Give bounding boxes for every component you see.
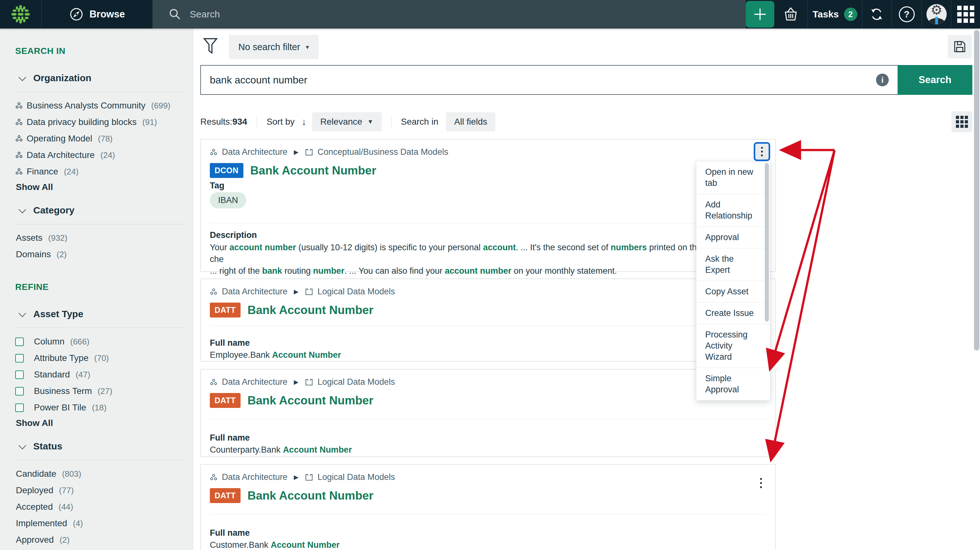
- sidebar-item-label: Implemented: [16, 517, 67, 529]
- breadcrumb-community[interactable]: Data Architecture: [222, 472, 288, 482]
- sort-value-dropdown[interactable]: Relevance ▼: [312, 112, 382, 131]
- user-avatar[interactable]: ⚙: [921, 0, 951, 29]
- save-search-button[interactable]: [948, 35, 972, 58]
- show-all-link[interactable]: Show All: [16, 418, 187, 428]
- create-button[interactable]: [746, 1, 774, 27]
- sync-button[interactable]: [862, 0, 891, 29]
- breadcrumb: Data Architecture▶Logical Data Models: [210, 287, 395, 297]
- sidebar-section-header-asset-type[interactable]: Asset Type: [15, 309, 187, 319]
- asset-type-badge: DATT: [210, 303, 240, 317]
- basket-button[interactable]: [774, 0, 808, 29]
- context-menu-item-simple-approval[interactable]: Simple Approval: [696, 368, 770, 400]
- sidebar-item-implemented[interactable]: Implemented(4): [15, 517, 187, 529]
- sidebar-section-title: Status: [33, 441, 62, 452]
- description-text: . ... You can also find your: [345, 266, 445, 276]
- divider: [15, 92, 187, 92]
- context-menu-item-ask-the-expert[interactable]: Ask the Expert: [696, 248, 770, 281]
- search-input[interactable]: [200, 65, 897, 95]
- sidebar-content: SEARCH INOrganizationBusiness Analysts C…: [15, 46, 187, 550]
- sidebar-item-assets[interactable]: Assets(932): [15, 232, 187, 244]
- sidebar-section-title: Category: [33, 205, 75, 216]
- grid-view-toggle[interactable]: [951, 111, 972, 132]
- breadcrumb-domain[interactable]: Logical Data Models: [318, 472, 395, 482]
- apps-grid-icon: [957, 6, 974, 23]
- page-scrollbar-thumb[interactable]: [974, 30, 979, 351]
- help-button[interactable]: ?: [891, 0, 922, 29]
- sidebar-item-data-architecture[interactable]: Data Architecture(24): [15, 149, 187, 161]
- context-menu-scrollbar[interactable]: [765, 163, 769, 322]
- full-name-label: Full name: [210, 528, 250, 538]
- funnel-icon[interactable]: [203, 37, 218, 56]
- sidebar-section-header-status[interactable]: Status: [15, 441, 187, 452]
- sidebar-item-domains[interactable]: Domains(2): [15, 248, 187, 260]
- sidebar-item-finance[interactable]: Finance(24): [15, 166, 187, 178]
- more-actions-button[interactable]: [754, 142, 770, 161]
- sidebar-item-candidate[interactable]: Candidate(803): [15, 468, 187, 480]
- context-menu-item-add-relationship[interactable]: Add Relationship: [696, 194, 770, 226]
- sidebar-section-header-category[interactable]: Category: [15, 205, 187, 216]
- sidebar-item-operating-model[interactable]: Operating Model(78): [15, 132, 187, 145]
- breadcrumb-community[interactable]: Data Architecture: [222, 287, 288, 297]
- sidebar-item-attribute-type[interactable]: Attribute Type(70): [15, 352, 187, 364]
- result-title-row: DATTBank Account Number: [210, 303, 373, 317]
- checkbox[interactable]: [15, 387, 24, 395]
- context-menu-item-approval[interactable]: Approval: [696, 226, 770, 248]
- community-icon: [15, 118, 23, 126]
- sidebar-section-header-organization[interactable]: Organization: [15, 73, 187, 83]
- fields-dropdown[interactable]: All fields: [446, 112, 495, 131]
- breadcrumb-community[interactable]: Data Architecture: [222, 377, 288, 387]
- sidebar-item-label: Attribute Type: [34, 352, 88, 364]
- checkbox[interactable]: [15, 403, 24, 412]
- sort-direction-icon[interactable]: ↓: [302, 116, 307, 127]
- checkbox[interactable]: [15, 354, 24, 362]
- checkbox[interactable]: [15, 370, 24, 379]
- checkbox[interactable]: [15, 338, 24, 346]
- breadcrumb-domain[interactable]: Logical Data Models: [318, 287, 395, 297]
- context-menu-item-open-in-new-tab[interactable]: Open in new tab: [696, 161, 770, 194]
- full-name-label: Full name: [210, 338, 250, 348]
- context-menu-item-create-issue[interactable]: Create Issue: [696, 302, 770, 324]
- sidebar-item-business-term[interactable]: Business Term(27): [15, 385, 187, 397]
- sidebar-item-count: (2): [56, 248, 67, 260]
- browse-button[interactable]: Browse: [42, 0, 153, 29]
- result-title-row: DATTBank Account Number: [210, 393, 373, 408]
- sidebar-item-accepted[interactable]: Accepted(44): [15, 501, 187, 513]
- sidebar-item-standard[interactable]: Standard(47): [15, 368, 187, 381]
- divider: [15, 328, 187, 328]
- sidebar-item-label: Column: [34, 336, 64, 348]
- full-name-value: Counterparty.Bank Account Number: [210, 445, 352, 455]
- result-title-link[interactable]: Bank Account Number: [250, 164, 376, 177]
- nav-search-input[interactable]: Search: [153, 0, 746, 29]
- info-icon[interactable]: i: [876, 73, 889, 86]
- collibra-logo[interactable]: [0, 0, 42, 29]
- result-title-link[interactable]: Bank Account Number: [248, 304, 373, 317]
- context-menu-item-copy-asset[interactable]: Copy Asset: [696, 281, 770, 302]
- sidebar-item-column[interactable]: Column(666): [15, 336, 187, 348]
- breadcrumb-domain[interactable]: Logical Data Models: [318, 377, 395, 387]
- tasks-button[interactable]: Tasks 2: [807, 0, 862, 29]
- result-title-link[interactable]: Bank Account Number: [248, 394, 373, 407]
- context-menu-item-processing-activity-wizard[interactable]: Processing Activity Wizard: [696, 324, 770, 368]
- breadcrumb-domain[interactable]: Conceptual/Business Data Models: [318, 147, 449, 157]
- full-name-prefix: Customer.Bank: [210, 540, 270, 550]
- community-icon: [210, 473, 218, 481]
- tag-chip[interactable]: IBAN: [210, 192, 246, 209]
- sidebar-item-power-bi-tile[interactable]: Power BI Tile(18): [15, 402, 187, 414]
- sidebar-item-label: Deployed: [16, 484, 53, 496]
- apps-grid-button[interactable]: [951, 0, 980, 29]
- sidebar-item-label: Business Term: [34, 385, 92, 397]
- sidebar-item-data-privacy-building-blocks[interactable]: Data privacy building blocks(91): [15, 116, 187, 128]
- result-title-link[interactable]: Bank Account Number: [248, 489, 373, 502]
- divider: [15, 460, 187, 460]
- more-actions-button[interactable]: [758, 476, 764, 490]
- show-all-link[interactable]: Show All: [16, 182, 187, 192]
- sidebar-item-approved[interactable]: Approved(2): [15, 534, 187, 546]
- sidebar-item-business-analysts-community[interactable]: Business Analysts Community(699): [15, 100, 187, 112]
- search-filter-dropdown[interactable]: No search filter ▾: [229, 35, 318, 59]
- sidebar-item-label: Approved: [16, 534, 54, 546]
- nav-search-placeholder: Search: [190, 9, 220, 20]
- breadcrumb-community[interactable]: Data Architecture: [222, 147, 288, 157]
- search-button[interactable]: Search: [897, 65, 972, 95]
- search-term-highlight: account number: [445, 266, 511, 276]
- sidebar-item-deployed[interactable]: Deployed(77): [15, 484, 187, 496]
